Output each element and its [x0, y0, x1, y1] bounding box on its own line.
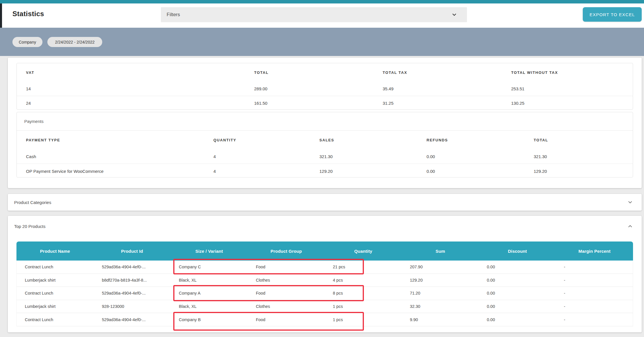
table-cell: 129.20: [524, 169, 633, 174]
payments-section-title: Payments: [17, 119, 44, 124]
table-cell: b8df270a-b819-4a3f-8...: [94, 278, 171, 282]
table-cell: 529ad36a-4904-4ef0-...: [94, 265, 171, 269]
table-cell: 253.51: [502, 86, 633, 91]
filter-chip-label: 2/24/2022 - 2/24/2022: [55, 40, 94, 44]
table-cell: 0.00: [479, 304, 556, 309]
filter-chip-company[interactable]: Company: [12, 37, 42, 47]
table-cell: Lumberjack shirt: [17, 304, 94, 309]
table-cell: 129.20: [310, 169, 417, 174]
table-cell: 130.25: [502, 101, 633, 106]
column-header-product-id: Product Id: [94, 249, 171, 254]
table-cell: 8 pcs: [325, 291, 402, 295]
export-to-excel-button[interactable]: EXPORT TO EXCEL: [583, 7, 642, 22]
table-cell: Clothes: [248, 304, 325, 309]
table-cell: 0.00: [479, 317, 556, 322]
column-header-total-without-tax: TOTAL WITHOUT TAX: [502, 70, 633, 75]
table-cell: Company C: [171, 265, 248, 269]
product-categories-panel-header[interactable]: Product Categories: [8, 194, 642, 211]
table-row: OP Payment Service for WooCommerce 4 129…: [17, 164, 633, 177]
table-cell: 32.30: [402, 304, 479, 309]
column-header-sum: Sum: [402, 249, 479, 254]
table-cell: 0.00: [417, 154, 524, 159]
table-cell: -: [556, 265, 633, 269]
column-header-refunds: REFUNDS: [417, 138, 524, 142]
top-products-panel: Top 20 Products Product Name Product Id …: [8, 216, 642, 332]
table-cell: Black, XL: [171, 278, 248, 282]
column-header-product-name: Product Name: [16, 249, 94, 254]
table-cell: 14: [17, 86, 245, 91]
table-cell: 0.00: [417, 169, 524, 174]
filter-chip-date-range[interactable]: 2/24/2022 - 2/24/2022: [47, 37, 102, 47]
table-cell: Lumberjack shirt: [17, 278, 94, 282]
table-row: Cash 4 321.30 0.00 321.30: [17, 149, 633, 164]
filters-dropdown-label: Filters: [167, 12, 180, 18]
table-cell: 161.50: [245, 101, 373, 106]
column-header-size-variant: Size / Variant: [171, 249, 248, 254]
column-header-discount: Discount: [479, 249, 556, 254]
table-cell: 1 pcs: [325, 304, 402, 309]
table-cell: 0.00: [479, 291, 556, 295]
table-cell: 4 pcs: [325, 278, 402, 282]
summary-card: VAT TOTAL TOTAL TAX TOTAL WITHOUT TAX 14…: [8, 58, 642, 188]
column-header-sales: SALES: [310, 138, 417, 142]
chevron-down-icon: [451, 12, 457, 18]
product-categories-title: Product Categories: [14, 200, 51, 205]
table-cell: Cash: [17, 154, 204, 159]
table-cell: 4: [204, 154, 310, 159]
column-header-quantity: QUANTITY: [204, 138, 310, 142]
table-row: 14 289.00 35.49 253.51: [17, 82, 633, 96]
filter-chip-label: Company: [19, 40, 36, 44]
table-cell: 9.90: [402, 317, 479, 322]
table-cell: 0.00: [479, 278, 556, 282]
column-header-vat: VAT: [17, 70, 245, 75]
table-cell: Clothes: [248, 278, 325, 282]
table-row: Lumberjack shirt b8df270a-b819-4a3f-8...…: [16, 274, 633, 287]
table-cell: OP Payment Service for WooCommerce: [17, 169, 204, 174]
table-row: Lumberjack shirt 928-123000 Black, XL Cl…: [16, 300, 633, 313]
payments-table: Payments PAYMENT TYPE QUANTITY SALES REF…: [16, 112, 633, 177]
table-cell: 529ad36a-4904-4ef0-...: [94, 317, 171, 322]
table-cell: Food: [248, 265, 325, 269]
table-cell: 928-123000: [94, 304, 171, 309]
page-title: Statistics: [12, 10, 44, 18]
table-cell: 529ad36a-4904-4ef0-...: [94, 291, 171, 295]
table-row: Contract Lunch 529ad36a-4904-4ef0-... Co…: [16, 261, 633, 274]
column-header-total-tax: TOTAL TAX: [373, 70, 502, 75]
vat-table-header-row: VAT TOTAL TOTAL TAX TOTAL WITHOUT TAX: [17, 63, 633, 82]
top-products-header-row: Product Name Product Id Size / Variant P…: [16, 241, 633, 261]
table-cell: -: [556, 304, 633, 309]
table-cell: Black, XL: [171, 304, 248, 309]
table-cell: 1 pcs: [325, 317, 402, 322]
table-cell: 4: [204, 169, 310, 174]
table-cell: 321.30: [524, 154, 633, 159]
table-cell: Contract Lunch: [17, 291, 94, 295]
column-header-total: TOTAL: [524, 138, 633, 142]
table-row: Contract Lunch 529ad36a-4904-4ef0-... Co…: [16, 287, 633, 300]
table-cell: Company B: [171, 317, 248, 322]
table-cell: Food: [248, 291, 325, 295]
table-cell: 0.00: [479, 265, 556, 269]
table-cell: Contract Lunch: [17, 317, 94, 322]
table-row: Contract Lunch 529ad36a-4904-4ef0-... Co…: [16, 313, 633, 326]
table-cell: -: [556, 278, 633, 282]
column-header-payment-type: PAYMENT TYPE: [17, 138, 204, 142]
top-products-table: Product Name Product Id Size / Variant P…: [16, 241, 633, 326]
table-cell: 24: [17, 101, 245, 106]
table-cell: -: [556, 317, 633, 322]
table-cell: 35.49: [373, 86, 502, 91]
filters-dropdown[interactable]: Filters: [161, 7, 467, 22]
chevron-up-icon[interactable]: [627, 223, 633, 229]
payments-table-header-row: PAYMENT TYPE QUANTITY SALES REFUNDS TOTA…: [17, 131, 633, 149]
table-cell: 321.30: [310, 154, 417, 159]
column-header-product-group: Product Group: [248, 249, 325, 254]
table-cell: 21 pcs: [325, 265, 402, 269]
table-cell: 207.90: [402, 265, 479, 269]
table-cell: 71.20: [402, 291, 479, 295]
table-cell: 129.20: [402, 278, 479, 282]
app-top-bar: [0, 0, 644, 3]
column-header-total: TOTAL: [245, 70, 373, 75]
table-cell: 31.25: [373, 101, 502, 106]
table-cell: Company A: [171, 291, 248, 295]
statistics-page: Statistics Filters EXPORT TO EXCEL Compa…: [0, 0, 644, 337]
table-row: 24 161.50 31.25 130.25: [17, 96, 633, 110]
